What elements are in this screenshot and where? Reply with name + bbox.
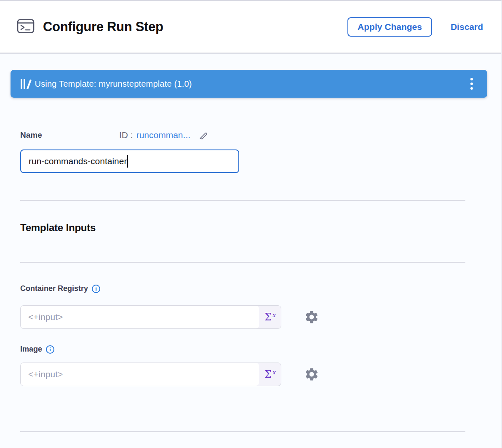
input-placeholder: <+input> — [28, 312, 63, 322]
image-settings-gear-icon[interactable] — [304, 366, 320, 382]
name-input[interactable]: run-commands-container — [20, 149, 239, 173]
runtime-input-type-button[interactable]: Σx — [259, 306, 281, 328]
page-title: Configure Run Step — [43, 19, 163, 35]
name-input-value: run-commands-container — [29, 156, 127, 166]
image-label-row: Image i — [20, 345, 54, 354]
image-label: Image — [20, 345, 42, 354]
using-template-text: Using Template: myrunsteptemplate (1.0) — [35, 79, 192, 89]
container-registry-label-row: Container Registry i — [20, 284, 100, 293]
step-id-row: ID : runcomman... — [119, 130, 209, 141]
terminal-icon — [17, 19, 35, 35]
image-input-field[interactable]: <+input> — [21, 363, 259, 386]
id-prefix-label: ID : — [119, 130, 133, 140]
image-input: <+input> Σx — [20, 363, 281, 386]
edit-id-pencil-icon[interactable] — [198, 130, 209, 141]
configure-run-step-panel: Configure Run Step Apply Changes Discard… — [0, 0, 502, 448]
container-registry-input: <+input> Σx — [20, 305, 281, 329]
divider — [20, 431, 465, 432]
title-group: Configure Run Step — [17, 19, 163, 35]
container-registry-input-field[interactable]: <+input> — [21, 306, 259, 328]
info-icon[interactable]: i — [92, 285, 100, 293]
container-registry-settings-gear-icon[interactable] — [304, 309, 320, 325]
text-caret — [127, 155, 128, 168]
runtime-input-type-button[interactable]: Σx — [259, 363, 281, 386]
panel-header: Configure Run Step Apply Changes Discard — [0, 1, 501, 53]
name-label: Name — [20, 131, 42, 140]
id-value-link[interactable]: runcomman... — [136, 130, 190, 140]
container-registry-label: Container Registry — [20, 284, 88, 293]
using-template-banner: Using Template: myrunsteptemplate (1.0) — [11, 70, 487, 98]
template-library-icon — [21, 79, 28, 89]
info-icon[interactable]: i — [46, 345, 54, 354]
discard-link[interactable]: Discard — [451, 22, 483, 32]
template-options-menu-icon[interactable] — [466, 75, 477, 92]
template-inputs-heading: Template Inputs — [20, 222, 96, 234]
input-placeholder: <+input> — [28, 369, 63, 379]
divider — [20, 200, 465, 201]
apply-changes-button[interactable]: Apply Changes — [347, 17, 432, 37]
divider — [20, 262, 465, 263]
